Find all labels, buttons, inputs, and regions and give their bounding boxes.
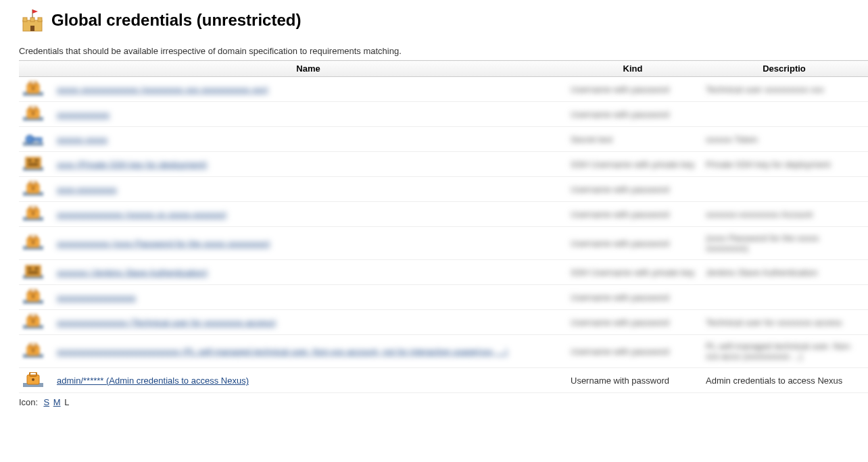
table-row: xxxxxxxxxxxx (xxxx Password for the xxxx… [19, 227, 868, 260]
credential-kind: Username with password [565, 177, 700, 202]
icon-size-footer: Icon: S M L [19, 397, 868, 407]
table-row: admin/****** (Admin credentials to acces… [19, 368, 868, 393]
svg-rect-2 [30, 18, 34, 22]
credential-name-cell: xxxxx xxxxxxxxxxxxx (xxxxxxxxx xxx xxxxx… [51, 77, 565, 102]
credential-icon [19, 227, 51, 260]
svg-rect-34 [30, 235, 37, 239]
credential-description: Private SSH key for deployment [700, 152, 868, 177]
credential-icon [19, 177, 51, 202]
credential-kind: Secret text [565, 127, 700, 152]
svg-rect-51 [30, 343, 37, 347]
credential-description [700, 177, 868, 202]
credential-description: Admin credentials to access Nexus [700, 368, 868, 393]
svg-point-44 [32, 295, 34, 298]
svg-point-48 [32, 320, 34, 323]
credential-description [700, 285, 868, 310]
svg-rect-3 [38, 18, 42, 22]
credential-description: (xxxx Password for the xxxxx xxxxxxxxx) [700, 227, 868, 260]
credential-link[interactable]: xxxx (Private SSH key for deployment) [57, 159, 208, 170]
credential-link[interactable]: xxxxxxxxxxxxxxxx (Technical user for xxx… [57, 317, 276, 328]
credential-kind: Username with password [565, 202, 700, 227]
col-header-icon[interactable] [19, 61, 51, 77]
svg-rect-47 [30, 314, 37, 318]
credential-kind: SSH Username with private key [565, 260, 700, 285]
svg-point-31 [32, 212, 34, 215]
page-title: Global credentials (unrestricted) [51, 11, 301, 30]
credential-description: Jenkins Slave Authentication [700, 260, 868, 285]
credential-description: Technical user xxxxxxxxxx xxx [700, 77, 868, 102]
credential-link[interactable]: xxxxxxx (Jenkins Slave Authentication) [57, 267, 208, 278]
svg-rect-9 [30, 81, 37, 85]
credential-name-cell: xxxxxxxxxxxxxxx (xxxxxx xx xxxxx-xxxxxxx… [51, 202, 565, 227]
table-row: xxxx-xxxxxxxxxUsername with password [19, 177, 868, 202]
col-header-name[interactable]: Name [51, 61, 565, 77]
table-row: xxxxx xxxxxxxxxxxxx (xxxxxxxxx xxx xxxxx… [19, 77, 868, 102]
credential-description: Technical user for xxxxxxxx access [700, 310, 868, 335]
credential-link[interactable]: xxxxxxxxxxxxxxx (xxxxxx xx xxxxx-xxxxxxx… [57, 209, 226, 220]
svg-rect-21 [28, 159, 32, 161]
credential-description: PL self-managed technical user. Non-xxx-… [700, 335, 868, 368]
credential-icon [19, 202, 51, 227]
col-header-description[interactable]: Descriptio [700, 61, 868, 77]
credential-icon [19, 310, 51, 335]
credential-description: xxxxxxx-xxxxxxxxx Account [700, 202, 868, 227]
credential-name-cell: xxxxxx xxxxx [51, 127, 565, 152]
castle-icon [19, 7, 46, 34]
credential-link[interactable]: admin/****** (Admin credentials to acces… [57, 376, 249, 386]
table-row: xxxxxxxxxxxxxxxxxxUsername with password [19, 285, 868, 310]
svg-point-10 [32, 87, 34, 90]
credentials-table: Name Kind Descriptio xxxxx xxxxxxxxxxxxx… [19, 60, 868, 393]
svg-rect-1 [23, 18, 27, 22]
icon-size-m[interactable]: M [53, 397, 61, 407]
credential-icon [19, 77, 51, 102]
credential-kind: Username with password [565, 227, 700, 260]
credential-icon [19, 285, 51, 310]
credential-link[interactable]: xxxxxxxxxxxxxxxxxx [57, 292, 136, 303]
icon-size-l: L [64, 397, 69, 407]
credential-kind: SSH Username with private key [565, 152, 700, 177]
icon-size-label: Icon: [19, 397, 38, 407]
credential-icon [19, 127, 51, 152]
credential-kind: Username with password [565, 335, 700, 368]
credential-icon [19, 368, 51, 393]
credential-icon [19, 335, 51, 368]
svg-rect-43 [30, 289, 37, 293]
credential-name-cell: xxxx-xxxxxxxxx [51, 177, 565, 202]
credential-kind: Username with password [565, 102, 700, 127]
svg-point-27 [32, 187, 34, 190]
credential-link[interactable]: xxxxxx xxxxx [57, 134, 107, 145]
page-header: Global credentials (unrestricted) [19, 7, 868, 34]
credential-link[interactable]: xxxxxxxxxxxx [57, 109, 110, 120]
credential-description: xxxxxx Token [700, 127, 868, 152]
icon-size-s[interactable]: S [43, 397, 49, 407]
credential-icon [19, 260, 51, 285]
credential-name-cell: xxxxxxxxxxxxxxxxxx [51, 285, 565, 310]
credential-name-cell: xxxxxxxxxxxx [51, 102, 565, 127]
table-row: xxxxxxxxxxxxUsername with password [19, 102, 868, 127]
svg-rect-55 [30, 372, 37, 376]
credential-name-cell: xxxxxxx (Jenkins Slave Authentication) [51, 260, 565, 285]
credential-link[interactable]: xxxxx xxxxxxxxxxxxx (xxxxxxxxx xxx xxxxx… [57, 84, 268, 95]
credential-kind: Username with password [565, 368, 700, 393]
credential-icon [19, 152, 51, 177]
table-row: xxxx (Private SSH key for deployment)SSH… [19, 152, 868, 177]
col-header-kind[interactable]: Kind [565, 61, 700, 77]
svg-rect-23 [28, 163, 39, 165]
svg-marker-6 [32, 9, 38, 14]
credential-link[interactable]: xxxxxxxxxxxxxxxxxxxxxxxxxxxx (PL self-ma… [57, 346, 508, 357]
svg-point-35 [32, 241, 34, 244]
table-row: xxxxxxx (Jenkins Slave Authentication)SS… [19, 260, 868, 285]
svg-rect-18 [39, 138, 41, 143]
svg-rect-37 [26, 265, 41, 276]
svg-rect-4 [30, 26, 34, 31]
svg-rect-38 [28, 267, 32, 270]
svg-rect-22 [34, 159, 39, 161]
credential-kind: Username with password [565, 77, 700, 102]
credential-name-cell: admin/****** (Admin credentials to acces… [51, 368, 565, 393]
page-description: Credentials that should be available irr… [19, 46, 868, 56]
credential-name-cell: xxxxxxxxxxxxxxxxxxxxxxxxxxxx (PL self-ma… [51, 335, 565, 368]
svg-rect-30 [30, 206, 37, 210]
credential-link[interactable]: xxxxxxxxxxxx (xxxx Password for the xxxx… [57, 238, 270, 249]
credential-link[interactable]: xxxx-xxxxxxxxx [57, 184, 117, 195]
table-row: xxxxxxxxxxxxxxx (xxxxxx xx xxxxx-xxxxxxx… [19, 202, 868, 227]
